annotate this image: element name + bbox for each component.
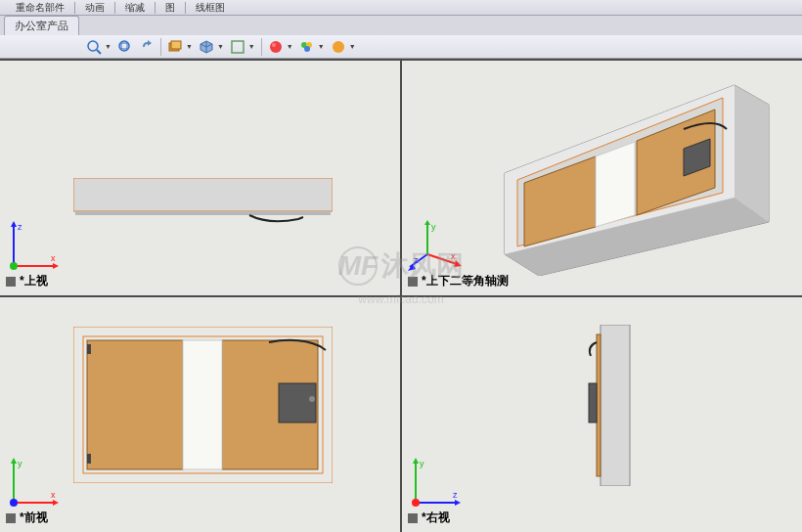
svg-point-53 [10, 499, 18, 507]
svg-text:y: y [18, 459, 22, 468]
svg-text:z: z [453, 490, 458, 500]
view-icon [6, 277, 16, 287]
view-label-text: *上下二等角轴测 [422, 273, 509, 289]
svg-marker-52 [11, 458, 17, 464]
svg-point-7 [270, 41, 282, 53]
svg-point-63 [412, 499, 420, 507]
svg-marker-62 [413, 458, 419, 464]
hide-dropdown[interactable]: ▼ [248, 43, 255, 50]
view-icon [408, 513, 418, 523]
model-front [73, 327, 333, 483]
svg-marker-18 [11, 221, 17, 227]
view-toolbar: ▼ ▼ ▼ ▼ ▼ ▼ ▼ [0, 35, 802, 59]
svg-rect-3 [121, 43, 127, 49]
svg-text:z: z [414, 255, 419, 265]
svg-rect-46 [279, 383, 316, 422]
view-label-top: *上视 [6, 273, 48, 289]
svg-marker-16 [53, 263, 59, 269]
svg-marker-29 [596, 142, 635, 227]
model-top [73, 178, 333, 227]
scene-dropdown[interactable]: ▼ [318, 43, 325, 50]
ribbon-reduce[interactable]: 缩减 [119, 1, 151, 15]
ribbon-image[interactable]: 图 [159, 1, 181, 15]
view-label-front: *前视 [6, 510, 48, 526]
feature-tree-tab-bar: 办公室产品 [0, 16, 802, 35]
svg-text:y: y [420, 459, 424, 468]
view-icon [6, 513, 16, 523]
tab-office-product[interactable]: 办公室产品 [4, 16, 79, 35]
axis-triad-front: x y [6, 457, 60, 510]
svg-line-1 [97, 50, 101, 54]
view-right[interactable]: z y *右视 [402, 297, 802, 532]
svg-rect-58 [589, 383, 597, 422]
svg-rect-56 [601, 325, 630, 486]
axis-triad-top: x z [6, 220, 60, 274]
svg-rect-42 [87, 340, 183, 469]
display-style-icon[interactable] [167, 39, 183, 55]
view-top[interactable]: x z *上视 [0, 61, 400, 295]
toolbar-sep [261, 38, 262, 56]
ribbon-rename[interactable]: 重命名部件 [10, 1, 70, 15]
zoom-fit-icon[interactable] [86, 39, 102, 55]
ribbon-sep [155, 2, 156, 14]
svg-marker-32 [454, 260, 462, 267]
svg-point-12 [333, 41, 344, 53]
svg-rect-43 [87, 344, 91, 354]
edit-appearance-icon[interactable] [268, 39, 284, 55]
ribbon-sep [114, 2, 115, 14]
svg-text:y: y [431, 222, 436, 232]
view-icon [408, 277, 418, 287]
model-iso [470, 70, 774, 276]
apply-scene-icon[interactable] [299, 39, 315, 55]
svg-rect-5 [171, 41, 181, 49]
svg-marker-50 [53, 500, 59, 506]
svg-text:x: x [51, 253, 56, 263]
ribbon-sep [185, 2, 186, 14]
zoom-window-icon[interactable] [117, 39, 133, 55]
display-dropdown[interactable]: ▼ [186, 43, 193, 50]
svg-rect-13 [73, 178, 333, 211]
view-label-right: *右视 [408, 510, 450, 526]
svg-rect-6 [232, 41, 244, 53]
svg-rect-44 [87, 454, 91, 464]
zoom-dropdown[interactable]: ▼ [105, 43, 111, 50]
svg-rect-14 [75, 211, 331, 215]
svg-point-8 [272, 43, 276, 47]
view-settings-icon[interactable] [331, 39, 346, 55]
axis-triad-iso: x y z [408, 220, 462, 274]
svg-marker-34 [424, 220, 430, 225]
svg-text:x: x [451, 251, 456, 261]
view-orientation-icon[interactable] [199, 39, 214, 55]
view-label-text: *上视 [20, 273, 48, 289]
ribbon-anim[interactable]: 动画 [79, 1, 111, 15]
view-label-text: *前视 [20, 510, 48, 526]
view-front[interactable]: x y *前视 [0, 297, 400, 532]
svg-text:x: x [51, 490, 56, 500]
svg-text:z: z [18, 222, 22, 232]
rotate-view-icon[interactable] [139, 39, 155, 55]
svg-rect-57 [597, 334, 601, 476]
svg-point-11 [304, 46, 310, 52]
settings-dropdown[interactable]: ▼ [349, 43, 356, 50]
view-label-iso: *上下二等角轴测 [408, 273, 509, 289]
svg-point-19 [10, 262, 18, 270]
ribbon-bar: 重命名部件 动画 缩减 图 线框图 [0, 0, 802, 16]
svg-marker-60 [455, 500, 461, 506]
view-isometric[interactable]: x y z *上下二等角轴测 [402, 61, 802, 295]
axis-triad-right: z y [408, 457, 462, 510]
orientation-dropdown[interactable]: ▼ [217, 43, 224, 50]
appearance-dropdown[interactable]: ▼ [287, 43, 293, 50]
ribbon-wireframe[interactable]: 线框图 [190, 1, 231, 15]
model-right [583, 325, 632, 486]
view-label-text: *右视 [422, 510, 450, 526]
svg-rect-48 [183, 340, 222, 469]
hide-show-icon[interactable] [230, 39, 245, 55]
toolbar-sep [160, 38, 161, 56]
ribbon-sep [74, 2, 75, 14]
svg-point-0 [88, 41, 98, 51]
svg-point-47 [309, 396, 315, 402]
viewport-grid: x z *上视 [0, 59, 802, 532]
